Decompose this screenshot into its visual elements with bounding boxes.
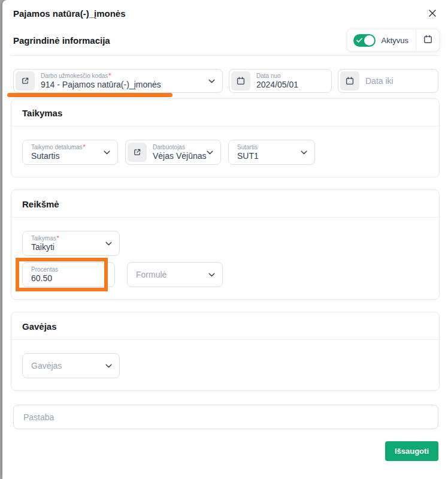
apply-label: Taikymas* (31, 235, 101, 242)
contract-texts: Sutartis SUT1 (237, 144, 296, 161)
apply-select[interactable]: Taikymas* Taikyti (22, 231, 120, 256)
chevron-down-icon (296, 150, 307, 155)
date-from-field[interactable]: Data nuo 2024/05/01 (229, 69, 332, 93)
chevron-down-icon (101, 364, 112, 368)
gavejas-fields-row: Gavėjas (22, 353, 428, 378)
footer: Išsaugoti (11, 441, 440, 461)
percent-texts: Procentas 60.50 (31, 266, 107, 283)
main-fields-row: Darbo užmokesčio kodas* 914 - Pajamos na… (11, 69, 440, 93)
calendar-icon[interactable] (340, 71, 359, 91)
required-asterisk: * (57, 235, 59, 242)
active-toggle-label: Aktyvus (381, 36, 408, 45)
percent-label: Procentas (31, 266, 107, 273)
formula-select[interactable]: Formulė (127, 262, 223, 287)
section-gavejas-body: Gavėjas (11, 340, 439, 390)
reiksme-row-2: Procentas 60.50 Formulė (22, 262, 428, 287)
close-icon (428, 11, 437, 20)
section-gavejas: Gavėjas Gavėjas (11, 312, 440, 391)
formula-texts: Formulė (136, 270, 204, 279)
divider (11, 55, 440, 56)
note-input[interactable] (13, 405, 438, 429)
chevron-down-icon (202, 150, 213, 155)
section-reiksme: Reikšmė Taikymas* Taikyti (11, 189, 440, 300)
section-taikymas: Taikymas Taikymo detalumas* Sutartis (11, 98, 440, 177)
taikymas-fields-row: Taikymo detalumas* Sutartis Darbuotojas … (22, 140, 428, 165)
detail-level-texts: Taikymo detalumas* Sutartis (31, 144, 99, 161)
toggle-knob (364, 35, 374, 46)
active-toggle[interactable] (353, 34, 376, 47)
required-asterisk: * (108, 73, 111, 79)
employee-select[interactable]: Darbuotojas Vėjas Vėjūnas (125, 140, 221, 165)
save-button[interactable]: Išsaugoti (385, 441, 438, 461)
modal-dialog: Pajamos natūra(-)_įmonės Pagrindinė info… (2, 0, 448, 479)
percent-field-wrap: Procentas 60.50 (22, 262, 115, 287)
contract-label: Sutartis (237, 144, 296, 150)
salary-code-select[interactable]: Darbo užmokesčio kodas* 914 - Pajamos na… (13, 69, 223, 93)
external-link-icon[interactable] (128, 143, 147, 162)
salary-code-label: Darbo užmokesčio kodas* (41, 73, 204, 79)
modal-title: Pajamos natūra(-)_įmonės (13, 8, 126, 19)
chevron-down-icon (101, 242, 112, 246)
apply-value: Taikyti (31, 242, 101, 252)
header-row: Pagrindinė informacija Aktyvus (11, 29, 440, 51)
percent-value: 60.50 (31, 273, 107, 283)
calendar-icon[interactable] (231, 71, 250, 91)
salary-code-value: 914 - Pajamos natūra(-)_įmonės (41, 80, 204, 89)
close-button[interactable] (426, 7, 438, 21)
employee-texts: Darbuotojas Vėjas Vėjūnas (153, 144, 202, 161)
annotation-underline (7, 93, 172, 97)
external-link-icon[interactable] (16, 71, 35, 91)
contract-value: SUT1 (237, 151, 296, 161)
page-title: Pagrindinė informacija (13, 35, 110, 46)
percent-input[interactable]: Procentas 60.50 (22, 262, 115, 287)
section-gavejas-title: Gavėjas (11, 312, 439, 340)
header-controls: Aktyvus (347, 29, 440, 52)
receiver-placeholder: Gavėjas (31, 361, 101, 370)
note-row (11, 405, 440, 429)
employee-value: Vėjas Vėjūnas (153, 151, 202, 161)
detail-level-select[interactable]: Taikymo detalumas* Sutartis (22, 140, 118, 165)
detail-level-value: Sutartis (31, 151, 99, 161)
receiver-texts: Gavėjas (31, 361, 101, 370)
date-from-label: Data nuo (256, 73, 324, 79)
date-to-texts: Data iki (365, 76, 431, 86)
section-taikymas-body: Taikymo detalumas* Sutartis Darbuotojas … (11, 126, 439, 177)
chevron-down-icon (204, 79, 215, 83)
date-from-value: 2024/05/01 (256, 80, 324, 89)
apply-texts: Taikymas* Taikyti (31, 235, 101, 252)
reiksme-row-1: Taikymas* Taikyti (22, 231, 428, 256)
date-from-texts: Data nuo 2024/05/01 (256, 73, 324, 89)
section-reiksme-title: Reikšmė (11, 190, 439, 218)
employee-label: Darbuotojas (153, 144, 202, 150)
receiver-select[interactable]: Gavėjas (22, 353, 120, 378)
section-taikymas-title: Taikymas (11, 99, 439, 126)
contract-select[interactable]: Sutartis SUT1 (228, 140, 315, 165)
calendar-icon (423, 34, 433, 46)
chevron-down-icon (99, 150, 110, 155)
date-to-placeholder: Data iki (365, 76, 431, 86)
history-calendar-button[interactable] (416, 29, 439, 51)
formula-placeholder: Formulė (136, 270, 204, 279)
section-reiksme-body: Taikymas* Taikyti Procentas 60.50 (11, 218, 439, 299)
date-to-field[interactable]: Data iki (338, 69, 438, 93)
modal-header: Pajamos natūra(-)_įmonės (11, 0, 440, 21)
salary-code-texts: Darbo užmokesčio kodas* 914 - Pajamos na… (41, 73, 204, 89)
detail-level-label: Taikymo detalumas* (31, 144, 99, 150)
required-asterisk: * (83, 144, 86, 150)
chevron-down-icon (204, 273, 215, 277)
